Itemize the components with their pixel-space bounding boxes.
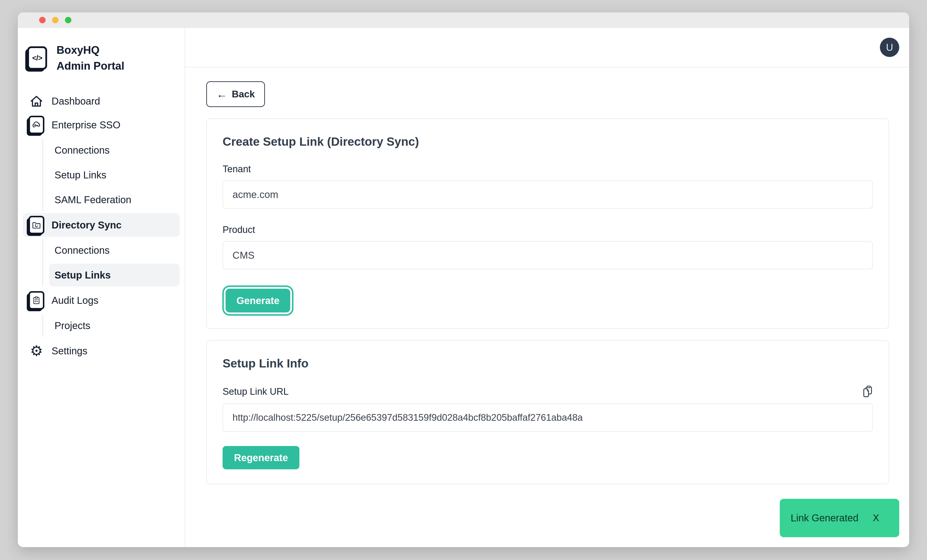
toast-message: Link Generated — [791, 513, 859, 524]
info-card-title: Setup Link Info — [223, 357, 873, 370]
regenerate-button[interactable]: Regenerate — [223, 446, 299, 469]
sidebar-item-dashboard[interactable]: Dashboard — [23, 89, 180, 113]
main-header: U — [185, 28, 909, 67]
tenant-label: Tenant — [223, 164, 873, 175]
arrow-left-icon: ← — [216, 89, 227, 100]
back-button[interactable]: ← Back — [206, 81, 265, 107]
folder-sync-icon — [28, 216, 45, 234]
sidebar-item-dsync-connections[interactable]: Connections — [49, 239, 180, 262]
product-label: Product — [223, 225, 873, 235]
maximize-window-button[interactable] — [65, 17, 71, 23]
setup-link-url-input[interactable] — [223, 404, 873, 432]
boxyhq-logo-icon: </> — [27, 46, 47, 70]
tenant-input[interactable] — [223, 181, 873, 209]
minimize-window-button[interactable] — [52, 17, 58, 23]
main-area: U ← Back Create Setup Link (Directory Sy… — [185, 28, 909, 547]
toast-link-generated: Link Generated X — [780, 499, 899, 537]
generate-button[interactable]: Generate — [226, 289, 290, 313]
main-content: ← Back Create Setup Link (Directory Sync… — [185, 67, 909, 484]
close-window-button[interactable] — [39, 17, 46, 23]
tenant-field: Tenant — [223, 164, 873, 209]
sidebar-item-audit-logs[interactable]: Audit Logs — [23, 288, 180, 312]
sidebar-item-directory-sync[interactable]: Directory Sync — [23, 213, 180, 237]
audit-logs-subgroup: Projects — [43, 314, 180, 337]
copy-icon[interactable] — [862, 385, 873, 398]
setup-link-info-card: Setup Link Info Setup Link URL — [206, 340, 889, 484]
setup-link-url-label: Setup Link URL — [223, 386, 289, 397]
gear-icon: ⚙ — [28, 344, 45, 358]
enterprise-sso-subgroup: Connections Setup Links SAML Federation — [43, 139, 180, 211]
setup-link-url-row: Setup Link URL — [223, 385, 873, 398]
home-icon — [28, 95, 45, 107]
sidebar-item-settings[interactable]: ⚙ Settings — [23, 339, 180, 363]
cloud-key-icon — [28, 116, 45, 134]
sidebar: </> BoxyHQ Admin Portal Dashboard — [18, 28, 185, 547]
directory-sync-subgroup: Connections Setup Links — [43, 239, 180, 287]
sidebar-item-projects[interactable]: Projects — [49, 314, 180, 337]
clipboard-icon — [28, 291, 45, 310]
toast-close-button[interactable]: X — [871, 513, 881, 524]
sidebar-item-saml-federation[interactable]: SAML Federation — [49, 188, 180, 211]
sidebar-item-enterprise-sso[interactable]: Enterprise SSO — [23, 113, 180, 137]
brand-title: BoxyHQ Admin Portal — [56, 42, 136, 74]
app-window: </> BoxyHQ Admin Portal Dashboard — [18, 12, 909, 547]
create-setup-link-card: Create Setup Link (Directory Sync) Tenan… — [206, 118, 889, 329]
product-field: Product — [223, 225, 873, 269]
brand: </> BoxyHQ Admin Portal — [23, 42, 180, 74]
product-input[interactable] — [223, 241, 873, 269]
sidebar-item-sso-connections[interactable]: Connections — [49, 139, 180, 162]
user-avatar[interactable]: U — [880, 38, 899, 57]
create-card-title: Create Setup Link (Directory Sync) — [223, 135, 873, 149]
sidebar-item-sso-setup-links[interactable]: Setup Links — [49, 164, 180, 186]
sidebar-item-dsync-setup-links[interactable]: Setup Links — [49, 264, 180, 287]
window-titlebar — [18, 12, 909, 28]
